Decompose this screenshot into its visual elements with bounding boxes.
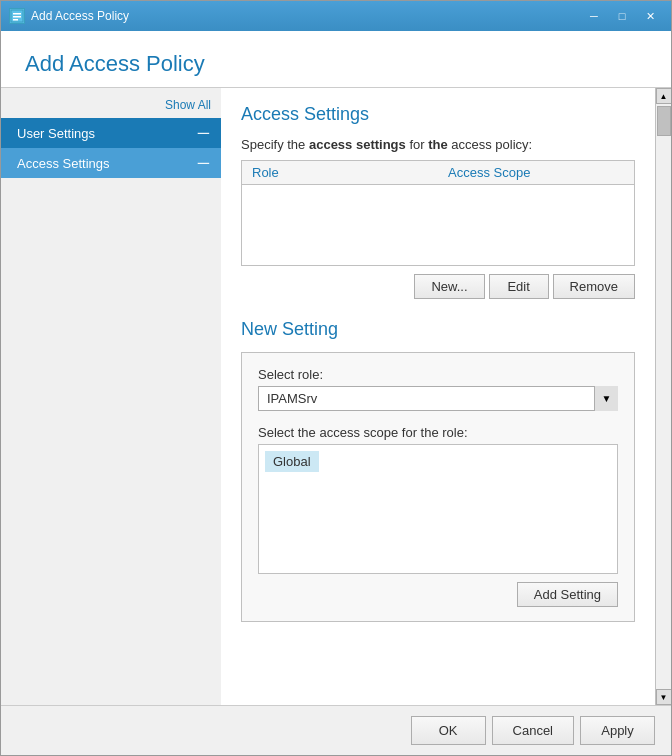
edit-button[interactable]: Edit [489,274,549,299]
access-settings-desc: Specify the access settings for the acce… [241,137,635,152]
content-area: Show All User Settings ─ Access Settings… [1,88,671,705]
scroll-thumb[interactable] [657,106,671,136]
svg-rect-2 [13,16,21,18]
window-body: Add Access Policy Show All User Settings… [1,31,671,755]
table-action-buttons: New... Edit Remove [241,274,635,299]
col-role: Role [242,161,438,184]
role-access-table: Role Access Scope [241,160,635,266]
sidebar-item-access-settings-label: Access Settings [17,156,110,171]
role-select[interactable]: IPAMSrv [258,386,618,411]
sidebar-item-access-settings-collapse[interactable]: ─ [198,155,209,171]
scope-global-item[interactable]: Global [265,451,319,472]
cancel-button[interactable]: Cancel [492,716,574,745]
sidebar-item-user-settings[interactable]: User Settings ─ [1,118,221,148]
access-settings-heading: Access Settings [241,104,635,125]
select-role-label: Select role: [258,367,618,382]
sidebar-item-user-settings-collapse[interactable]: ─ [198,125,209,141]
footer: OK Cancel Apply [1,705,671,755]
show-all-link[interactable]: Show All [1,96,221,118]
scroll-up-button[interactable]: ▲ [656,88,672,104]
table-body [242,185,634,265]
page-title: Add Access Policy [25,51,647,77]
new-setting-heading: New Setting [241,319,635,340]
new-button[interactable]: New... [414,274,484,299]
page-header: Add Access Policy [1,31,671,88]
scrollbar: ▲ ▼ [655,88,671,705]
svg-rect-1 [13,13,21,15]
sidebar-item-access-settings[interactable]: Access Settings ─ [1,148,221,178]
main-window: Add Access Policy ─ □ ✕ Add Access Polic… [0,0,672,756]
svg-rect-3 [13,19,18,21]
add-setting-button[interactable]: Add Setting [517,582,618,607]
window-icon [9,8,25,24]
title-bar-text: Add Access Policy [31,9,581,23]
scroll-track [656,104,671,689]
title-bar: Add Access Policy ─ □ ✕ [1,1,671,31]
ok-button[interactable]: OK [411,716,486,745]
scroll-down-button[interactable]: ▼ [656,689,672,705]
table-header: Role Access Scope [242,161,634,185]
sidebar: Show All User Settings ─ Access Settings… [1,88,221,705]
main-panel: Access Settings Specify the access setti… [221,88,655,705]
sidebar-item-user-settings-label: User Settings [17,126,95,141]
add-setting-btn-row: Add Setting [258,582,618,607]
maximize-button[interactable]: □ [609,6,635,26]
access-scope-list[interactable]: Global [258,444,618,574]
title-bar-buttons: ─ □ ✕ [581,6,663,26]
role-select-wrapper: IPAMSrv ▼ [258,386,618,411]
close-button[interactable]: ✕ [637,6,663,26]
new-setting-box: Select role: IPAMSrv ▼ Select the access… [241,352,635,622]
col-access-scope: Access Scope [438,161,634,184]
access-scope-label: Select the access scope for the role: [258,425,618,440]
apply-button[interactable]: Apply [580,716,655,745]
remove-button[interactable]: Remove [553,274,635,299]
minimize-button[interactable]: ─ [581,6,607,26]
